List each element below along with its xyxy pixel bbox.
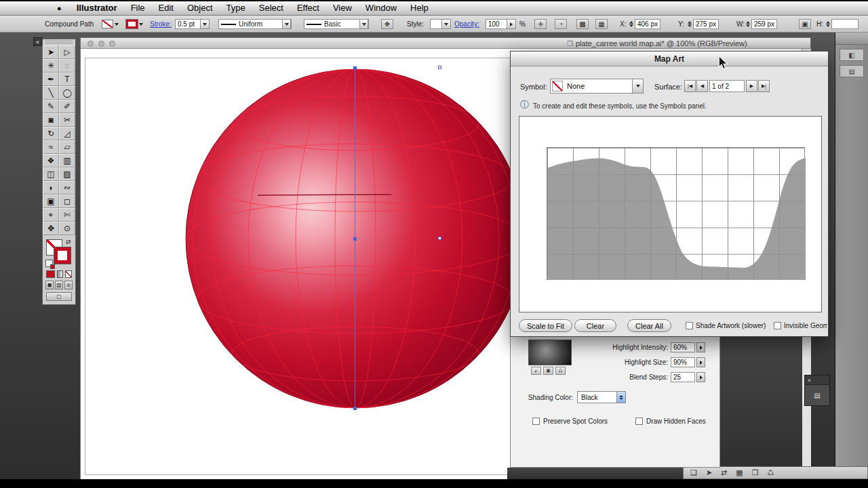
opacity-link[interactable]: Opacity: bbox=[454, 19, 479, 29]
dock-tab-1[interactable]: ◧ bbox=[840, 49, 864, 61]
gradient-tool[interactable]: ▨ bbox=[59, 167, 75, 181]
apple-icon[interactable]: ● bbox=[47, 4, 70, 12]
y-field[interactable] bbox=[693, 19, 719, 29]
brush-options-icon[interactable]: ❖ bbox=[381, 19, 393, 29]
collapsed-panel[interactable]: « ▤ bbox=[804, 375, 830, 406]
menu-select[interactable]: Select bbox=[252, 1, 290, 15]
map-art-grid[interactable] bbox=[547, 147, 805, 280]
style-dropdown-field[interactable] bbox=[430, 19, 442, 29]
type-tool[interactable]: T bbox=[59, 73, 75, 86]
menu-type[interactable]: Type bbox=[220, 1, 252, 15]
fill-color-control[interactable] bbox=[102, 19, 119, 29]
first-surface-button[interactable]: |◀ bbox=[684, 80, 696, 92]
direct-selection-tool[interactable]: ▷ bbox=[59, 45, 75, 59]
selection-tool[interactable]: ➤ bbox=[43, 45, 59, 59]
swap-arrows-icon[interactable]: ⇄ bbox=[721, 467, 727, 479]
preserve-spot-colors-checkbox[interactable] bbox=[532, 418, 540, 425]
variable-width-profile-dropdown[interactable]: Uniform bbox=[218, 19, 292, 29]
gradient-swatch[interactable] bbox=[57, 270, 64, 278]
trash-icon[interactable]: ♺ bbox=[768, 467, 774, 479]
zoom-tool[interactable]: ⊙ bbox=[59, 222, 75, 235]
w-stepper[interactable] bbox=[745, 19, 751, 29]
eyedropper-tool[interactable]: ◗ bbox=[43, 181, 59, 195]
blend-steps-field[interactable] bbox=[671, 372, 695, 382]
reference-point-icon[interactable]: ▩ bbox=[576, 19, 589, 29]
preview-toggle-icon[interactable]: ◐ bbox=[531, 367, 541, 375]
toolbox-collapse-tab[interactable]: « bbox=[33, 37, 42, 46]
minimize-button[interactable] bbox=[98, 41, 104, 47]
collapse-chevrons-icon[interactable]: « bbox=[808, 377, 811, 384]
toolbox-grip[interactable] bbox=[45, 41, 73, 43]
h-field[interactable] bbox=[831, 19, 859, 29]
stroke-weight-dropdown[interactable] bbox=[201, 19, 210, 29]
none-swatch[interactable] bbox=[65, 270, 72, 278]
panel-mini-icon[interactable]: ▤ bbox=[814, 392, 820, 399]
transform-icon[interactable]: ✛ bbox=[534, 19, 547, 29]
pen-tool[interactable]: ✒ bbox=[43, 73, 59, 86]
map-art-title-bar[interactable]: Map Art bbox=[511, 52, 828, 66]
menu-illustrator[interactable]: Illustrator bbox=[70, 1, 124, 15]
x-stepper[interactable] bbox=[628, 19, 634, 29]
highlight-size-field[interactable] bbox=[671, 357, 695, 367]
next-surface-button[interactable]: ▶ bbox=[746, 80, 757, 92]
anchor-point-center[interactable] bbox=[353, 237, 357, 241]
anchor-point-top[interactable] bbox=[353, 66, 357, 70]
last-surface-button[interactable]: ▶| bbox=[758, 80, 770, 92]
anchor-point-bottom[interactable] bbox=[353, 407, 357, 410]
page-icon[interactable]: ❐ bbox=[752, 467, 759, 479]
menu-effect[interactable]: Effect bbox=[290, 1, 326, 15]
previous-surface-button[interactable]: ◀ bbox=[696, 80, 708, 92]
none-mode-button[interactable]: ⊘ bbox=[64, 281, 73, 289]
slice-tool[interactable]: ✄ bbox=[59, 208, 75, 222]
y-stepper[interactable] bbox=[686, 19, 692, 29]
zoom-button[interactable] bbox=[109, 41, 115, 47]
hand-tool[interactable]: ✥ bbox=[43, 222, 59, 235]
scissors-tool[interactable]: ✂ bbox=[59, 113, 75, 127]
shading-color-dropdown[interactable]: Black bbox=[577, 391, 626, 403]
default-fill-stroke-icon[interactable] bbox=[45, 260, 53, 267]
swap-fill-stroke-icon[interactable]: ⇄ bbox=[66, 239, 71, 245]
live-paint-selection-tool[interactable]: ◻ bbox=[59, 195, 75, 208]
menu-file[interactable]: File bbox=[124, 1, 152, 15]
menu-object[interactable]: Object bbox=[180, 1, 220, 15]
brush-definition-dropdown[interactable]: Basic bbox=[304, 19, 369, 29]
menu-view[interactable]: View bbox=[326, 1, 359, 15]
grid-icon[interactable]: ▦ bbox=[736, 467, 743, 479]
graph-tool[interactable]: ▥ bbox=[59, 154, 75, 167]
rotate-tool[interactable]: ↻ bbox=[43, 127, 59, 140]
close-button[interactable] bbox=[87, 41, 94, 47]
line-segment-tool[interactable]: ╲ bbox=[43, 86, 59, 100]
highlight-intensity-slider-button[interactable] bbox=[696, 342, 705, 352]
draw-hidden-faces-checkbox[interactable] bbox=[635, 418, 643, 425]
trash-icon[interactable]: ♺ bbox=[555, 367, 566, 375]
w-field[interactable] bbox=[751, 19, 777, 29]
h-stepper[interactable] bbox=[825, 19, 831, 29]
bounding-handle-right[interactable] bbox=[438, 237, 441, 240]
paintbrush-tool[interactable]: ✐ bbox=[59, 100, 75, 113]
blend-tool[interactable]: ∾ bbox=[59, 181, 75, 195]
pencil-tool[interactable]: ✎ bbox=[43, 100, 59, 113]
menu-edit[interactable]: Edit bbox=[152, 1, 180, 15]
warp-tool[interactable]: ≈ bbox=[43, 140, 59, 154]
opacity-field[interactable] bbox=[486, 19, 507, 29]
recolor-artwork-icon[interactable]: ◔ bbox=[555, 19, 567, 29]
constrain-proportions-icon[interactable]: ▣ bbox=[799, 19, 811, 29]
menu-window[interactable]: Window bbox=[359, 1, 403, 15]
gradient-mode-button[interactable]: ▨ bbox=[55, 281, 63, 289]
clear-all-button[interactable]: Clear All bbox=[627, 319, 671, 332]
mesh-tool[interactable]: ◫ bbox=[43, 167, 59, 181]
cube-icon[interactable]: ▣ bbox=[543, 367, 553, 375]
crop-area-tool[interactable]: ⌖ bbox=[43, 208, 59, 222]
screen-mode-button[interactable]: ▢ bbox=[46, 292, 72, 301]
current-color-swatch[interactable] bbox=[46, 270, 55, 278]
revolve-preview-thumbnail[interactable] bbox=[528, 340, 572, 365]
dock-header[interactable] bbox=[835, 33, 868, 45]
x-field[interactable] bbox=[635, 19, 660, 29]
opacity-slider-button[interactable] bbox=[507, 19, 516, 29]
new-layer-icon[interactable]: ❏ bbox=[690, 467, 697, 479]
style-dropdown[interactable] bbox=[442, 19, 451, 29]
stroke-color-swatch[interactable] bbox=[54, 247, 71, 264]
stroke-color-control[interactable] bbox=[126, 19, 143, 29]
shade-artwork-checkbox[interactable] bbox=[686, 322, 693, 329]
selection-icon[interactable]: ➤ bbox=[706, 467, 712, 479]
